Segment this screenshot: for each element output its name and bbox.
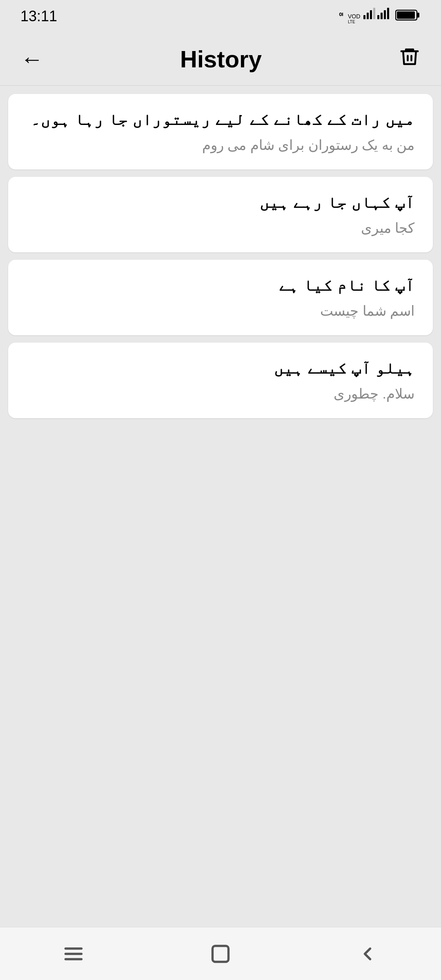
history-card-4[interactable]: ہیلو آپ کیسے ہیں سلام. چطوری xyxy=(8,343,433,418)
svg-rect-4 xyxy=(367,13,369,19)
back-nav-icon xyxy=(357,943,378,964)
back-nav-button[interactable] xyxy=(341,939,394,969)
history-card-1[interactable]: میں رات کے کھانے کے لیے ریستوراں جا رہا … xyxy=(8,94,433,169)
svg-rect-7 xyxy=(377,15,379,19)
back-arrow-icon: ← xyxy=(20,46,43,72)
card-subtitle-3: اسم شما چیست xyxy=(27,303,414,319)
card-title-4: ہیلو آپ کیسے ہیں xyxy=(27,359,414,377)
menu-button[interactable] xyxy=(47,939,100,969)
svg-rect-9 xyxy=(384,10,386,19)
bottom-nav xyxy=(0,927,441,980)
svg-rect-17 xyxy=(213,946,229,962)
signal-icons: ⁰ᴵ VOD LTE xyxy=(339,7,392,26)
svg-rect-10 xyxy=(387,8,389,19)
card-subtitle-2: کجا میری xyxy=(27,220,414,236)
battery-icon xyxy=(395,9,421,24)
svg-text:⁰ᴵ: ⁰ᴵ xyxy=(339,12,343,20)
card-title-1: میں رات کے کھانے کے لیے ریستوراں جا رہا … xyxy=(27,110,414,129)
main-content: میں رات کے کھانے کے لیے ریستوراں جا رہا … xyxy=(0,86,441,927)
card-title-3: آپ کا نام کیا ہے xyxy=(27,276,414,294)
delete-button[interactable] xyxy=(394,42,425,76)
svg-text:LTE: LTE xyxy=(348,20,355,23)
svg-rect-12 xyxy=(417,13,419,18)
card-subtitle-1: من به یک رستوران برای شام می روم xyxy=(27,137,414,153)
svg-rect-5 xyxy=(370,10,372,19)
status-time: 13:11 xyxy=(20,8,57,25)
back-button[interactable]: ← xyxy=(16,44,47,75)
home-icon xyxy=(210,943,231,964)
history-card-3[interactable]: آپ کا نام کیا ہے اسم شما چیست xyxy=(8,260,433,335)
card-subtitle-4: سلام. چطوری xyxy=(27,385,414,402)
status-icons: ⁰ᴵ VOD LTE xyxy=(339,7,421,26)
menu-icon xyxy=(63,943,84,964)
status-bar: 13:11 ⁰ᴵ VOD LTE xyxy=(0,0,441,33)
history-card-2[interactable]: آپ کہاں جا رہے ہیں کجا میری xyxy=(8,177,433,252)
svg-rect-8 xyxy=(381,13,383,19)
trash-icon xyxy=(399,46,421,68)
svg-text:VOD: VOD xyxy=(348,13,360,20)
app-header: ← History xyxy=(0,33,441,86)
svg-rect-6 xyxy=(373,8,375,19)
svg-rect-3 xyxy=(363,15,365,19)
card-title-2: آپ کہاں جا رہے ہیں xyxy=(27,193,414,212)
svg-rect-13 xyxy=(397,11,415,19)
home-button[interactable] xyxy=(194,939,247,969)
page-title: History xyxy=(47,45,394,73)
